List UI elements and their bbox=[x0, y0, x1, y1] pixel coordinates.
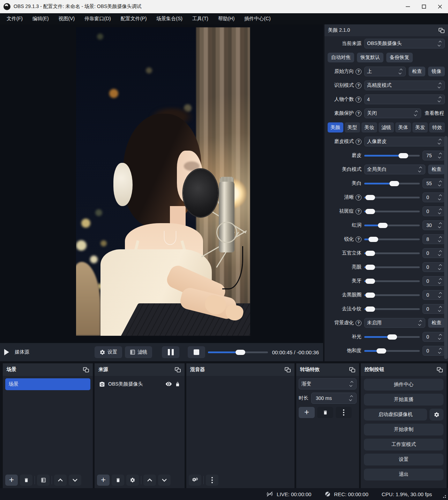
backup-restore-button[interactable]: 备份恢复 bbox=[386, 53, 413, 62]
menu-help[interactable]: 帮助(H) bbox=[214, 14, 239, 24]
source-properties-button[interactable] bbox=[126, 475, 139, 486]
maximize-button[interactable] bbox=[416, 0, 432, 13]
transition-select[interactable]: 渐变 bbox=[299, 378, 357, 389]
media-filters-button[interactable]: 滤镜 bbox=[125, 346, 152, 358]
exit-button[interactable]: 退出 bbox=[364, 469, 443, 480]
current-source-select[interactable]: OBS美颜摄像头 bbox=[364, 39, 445, 48]
visibility-eye-icon[interactable] bbox=[165, 382, 172, 387]
mixer-more-button[interactable] bbox=[206, 475, 218, 486]
menu-file[interactable]: 文件(F) bbox=[2, 14, 27, 24]
help-icon[interactable]: ? bbox=[356, 209, 361, 214]
dark-circles-spinbox[interactable]: 0 bbox=[423, 290, 445, 300]
transition-properties-button[interactable] bbox=[336, 407, 352, 418]
rosy-spinbox[interactable]: 30 bbox=[423, 220, 445, 230]
tab-makeup[interactable]: 美妆 bbox=[361, 122, 377, 132]
popout-dock-icon[interactable] bbox=[83, 367, 89, 372]
nasolabial-slider[interactable] bbox=[364, 304, 420, 314]
background-blur-select[interactable]: 未启用 bbox=[364, 318, 425, 328]
tab-beauty[interactable]: 美颜 bbox=[328, 122, 343, 132]
fill-light-spinbox[interactable]: 0 bbox=[423, 332, 445, 342]
features-spinbox[interactable]: 0 bbox=[423, 248, 445, 258]
media-progress-slider[interactable] bbox=[208, 347, 268, 357]
smooth-mode-select[interactable]: 人像磨皮 bbox=[364, 137, 445, 146]
popout-dock-icon[interactable] bbox=[285, 367, 291, 372]
whiten-mode-select[interactable]: 全局美白 bbox=[364, 165, 425, 174]
menu-tools[interactable]: 工具(T) bbox=[188, 14, 213, 24]
smooth-spinbox[interactable]: 75 bbox=[423, 151, 445, 160]
mirror-button[interactable]: 镜像 bbox=[428, 67, 445, 76]
clarity-spinbox[interactable]: 0 bbox=[423, 192, 445, 202]
menu-profile[interactable]: 配置文件(P) bbox=[116, 14, 151, 24]
add-scene-button[interactable]: + bbox=[5, 475, 18, 486]
whiten-slider[interactable] bbox=[364, 179, 420, 188]
close-button[interactable] bbox=[432, 0, 448, 13]
help-icon[interactable]: ? bbox=[356, 195, 361, 200]
teeth-spinbox[interactable]: 0 bbox=[423, 276, 445, 286]
minimize-button[interactable] bbox=[400, 0, 416, 13]
remove-scene-button[interactable] bbox=[20, 475, 32, 486]
bright-eyes-slider[interactable] bbox=[364, 262, 420, 272]
menu-view[interactable]: 视图(V) bbox=[54, 14, 80, 24]
popout-dock-icon[interactable] bbox=[439, 28, 445, 33]
menu-edit[interactable]: 编辑(E) bbox=[28, 14, 53, 24]
plugin-center-button[interactable]: 插件中心 bbox=[364, 379, 443, 391]
media-settings-button[interactable]: 设置 bbox=[95, 346, 122, 358]
menu-scene-collection[interactable]: 场景集合(S) bbox=[152, 14, 187, 24]
remove-source-button[interactable] bbox=[112, 475, 124, 486]
blemish-slider[interactable] bbox=[364, 206, 420, 216]
resize-grip[interactable] bbox=[442, 494, 446, 498]
smooth-slider[interactable] bbox=[364, 151, 420, 160]
saturation-spinbox[interactable]: 0 bbox=[423, 346, 445, 356]
remove-transition-button[interactable] bbox=[317, 407, 333, 418]
settings-button[interactable]: 设置 bbox=[364, 454, 443, 465]
autofocus-button[interactable]: 自动对焦 bbox=[328, 53, 354, 62]
help-icon[interactable]: ? bbox=[356, 97, 361, 103]
preview-canvas[interactable] bbox=[0, 24, 323, 343]
scene-filters-button[interactable] bbox=[37, 475, 50, 486]
tutorial-link[interactable]: 查看教程 bbox=[424, 110, 445, 116]
dark-circles-slider[interactable] bbox=[364, 290, 420, 300]
source-list-item[interactable]: OBS美颜摄像头 bbox=[97, 378, 182, 390]
sharpen-spinbox[interactable]: 8 bbox=[423, 234, 445, 244]
bright-eyes-spinbox[interactable]: 0 bbox=[423, 262, 445, 272]
help-icon[interactable]: ? bbox=[356, 69, 361, 75]
blemish-spinbox[interactable]: 0 bbox=[423, 206, 445, 216]
tab-reshape[interactable]: 美型 bbox=[345, 122, 360, 132]
orientation-select[interactable]: 上 bbox=[364, 67, 406, 76]
tab-body[interactable]: 美体 bbox=[395, 122, 411, 132]
help-icon[interactable]: ? bbox=[356, 83, 361, 89]
sharpen-slider[interactable] bbox=[364, 234, 420, 244]
move-scene-up-button[interactable] bbox=[54, 475, 67, 486]
menu-docks[interactable]: 停靠窗口(D) bbox=[80, 14, 115, 24]
popout-dock-icon[interactable] bbox=[349, 367, 355, 372]
start-recording-button[interactable]: 开始录制 bbox=[364, 424, 443, 435]
detect-mode-select[interactable]: 高精度模式 bbox=[364, 81, 445, 90]
pause-button[interactable] bbox=[162, 346, 179, 358]
advanced-audio-button[interactable] bbox=[189, 475, 201, 486]
bareface-protect-select[interactable]: 关闭 bbox=[364, 108, 421, 118]
clarity-slider[interactable] bbox=[364, 192, 420, 202]
fill-light-slider[interactable] bbox=[364, 332, 420, 342]
features-slider[interactable] bbox=[364, 248, 420, 258]
add-source-button[interactable]: + bbox=[97, 475, 110, 486]
stop-button[interactable] bbox=[188, 346, 205, 358]
scene-list-item[interactable]: 场景 bbox=[5, 378, 90, 390]
help-icon[interactable]: ? bbox=[356, 320, 361, 326]
whiten-check-button[interactable]: 检查 bbox=[428, 165, 445, 174]
move-scene-down-button[interactable] bbox=[69, 475, 81, 486]
orientation-check-button[interactable]: 检查 bbox=[409, 67, 425, 76]
nasolabial-spinbox[interactable]: 0 bbox=[423, 304, 445, 314]
person-count-spinbox[interactable]: 4 bbox=[364, 94, 445, 104]
popout-dock-icon[interactable] bbox=[175, 367, 181, 372]
start-virtual-camera-button[interactable]: 启动虚拟摄像机 bbox=[364, 409, 427, 421]
tab-effects[interactable]: 特效 bbox=[429, 122, 445, 132]
help-icon[interactable]: ? bbox=[356, 139, 361, 145]
start-streaming-button[interactable]: 开始直播 bbox=[364, 394, 443, 406]
whiten-spinbox[interactable]: 55 bbox=[423, 179, 445, 188]
panel-scrollbar[interactable] bbox=[444, 136, 448, 359]
virtual-camera-settings-button[interactable] bbox=[430, 409, 443, 421]
help-icon[interactable]: ? bbox=[356, 111, 361, 116]
help-icon[interactable]: ? bbox=[356, 236, 361, 242]
saturation-slider[interactable] bbox=[364, 346, 420, 356]
lock-icon[interactable] bbox=[175, 381, 180, 387]
